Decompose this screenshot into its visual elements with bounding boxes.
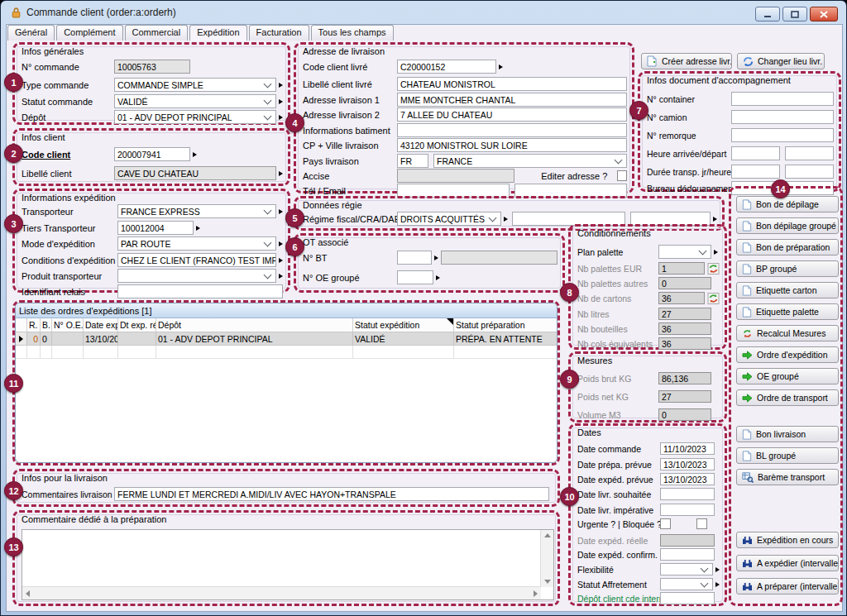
cell-r[interactable]: 0 [27,332,41,345]
col-depot[interactable]: Dépôt [156,318,353,332]
num-oe-groupe-field[interactable] [397,270,433,284]
type-commande-combo[interactable]: COMMANDE SIMPLE [114,78,276,92]
lookup-arrow-icon[interactable] [713,217,717,222]
minimize-button[interactable] [755,7,780,21]
cell-depot[interactable]: 01 - ADV DEPOT PRINCIPAL [156,332,353,345]
date-commande-field[interactable]: 11/10/2023 [660,442,715,455]
refresh-icon[interactable] [707,263,720,275]
refresh-icon[interactable] [707,293,720,304]
lookup-arrow-icon[interactable] [279,209,283,214]
cell-b[interactable]: 0 [41,332,52,345]
col-r[interactable]: R. [27,318,41,332]
date-exped-confirm-field[interactable] [660,548,715,561]
tiers-transporteur-field[interactable]: 100012004 [117,221,194,235]
heure-arrivee-field[interactable] [731,146,780,160]
oe-groupe-button[interactable]: OE groupé [736,368,839,384]
lookup-arrow-icon[interactable] [279,171,283,176]
pays-code-field[interactable]: FR [397,154,428,168]
vertical-scrollbar[interactable] [540,530,553,587]
bon-livraison-button[interactable]: Bon livraison [736,426,839,442]
transporteur-combo[interactable]: FRANCE EXPRESS [117,204,276,218]
statut-affretement-combo[interactable] [660,578,713,590]
cell-oeg[interactable] [52,332,84,345]
cell-date-prev[interactable]: 13/10/2023 [84,332,118,345]
urgente-checkbox[interactable] [660,518,671,529]
ordre-transport-button[interactable]: Ordre de transport [736,389,839,406]
bon-depilage-groupe-button[interactable]: Bon dépilage groupé [736,217,839,234]
lookup-arrow-icon[interactable] [714,250,718,255]
produit-transporteur-combo[interactable] [117,269,276,283]
num-remorque-field[interactable] [731,128,834,142]
heure-depart-field[interactable] [785,146,834,160]
statut-commande-combo[interactable]: VALIDÉ [114,94,276,108]
lookup-arrow-icon[interactable] [279,99,283,104]
informations-batiment-field[interactable] [397,123,627,137]
tab-tous-les-champs[interactable]: Tous les champs [311,25,394,41]
lookup-arrow-icon[interactable] [279,115,283,120]
lookup-arrow-icon[interactable] [279,258,283,263]
bareme-transport-button[interactable]: Barème transport [736,469,839,485]
date-livr-souhaitee-field[interactable] [660,488,715,500]
table-row[interactable]: 0 0 13/10/2023 01 - ADV DEPOT PRINCIPAL … [16,332,557,346]
horizontal-scrollbar[interactable] [22,586,541,599]
lookup-arrow-icon[interactable] [504,217,508,222]
bp-groupe-button[interactable]: BP groupé [736,260,839,277]
date-exped-prevue-field[interactable]: 13/10/2023 [660,473,715,485]
duree-jours-field[interactable] [731,165,780,179]
flexibilite-combo[interactable] [660,563,713,575]
scroll-up-icon[interactable] [544,533,551,537]
lookup-arrow-icon[interactable] [434,255,438,260]
tab-complement[interactable]: Complément [56,25,122,41]
depot-combo[interactable]: 01 - ADV DEPOT PRINCIPAL [114,110,276,124]
cell-date-reel[interactable] [118,332,156,345]
duree-heures-field[interactable] [785,165,834,179]
tab-facturation[interactable]: Facturation [249,25,309,41]
adresse-livraison-2-field[interactable]: 7 ALLEE DU CHATEAU [397,107,627,122]
lookup-arrow-icon[interactable] [436,275,440,280]
etiquette-carton-button[interactable]: Etiquette carton [736,282,839,298]
bon-preparation-button[interactable]: Bon de préparation [736,239,839,255]
title-bar[interactable]: Commande client (order:a:orderh) [1,1,846,24]
lookup-arrow-icon[interactable] [279,83,283,88]
ordre-expedition-button[interactable]: Ordre d'expédition [736,346,839,363]
a-preparer-button[interactable]: A préparer (intervalle) [736,578,839,595]
col-b[interactable]: B. [41,318,52,332]
bl-groupe-button[interactable]: BL groupé [736,447,839,464]
libelle-client-livre-field[interactable]: CHATEAU MONISTROL [397,77,627,91]
bloquee-checkbox[interactable] [696,518,707,529]
tab-commercial[interactable]: Commercial [125,25,189,41]
regime-fiscal-combo[interactable]: DROITS ACQUITTÉS [397,212,501,226]
conditions-expedition-combo[interactable]: CHEZ LE CLIENT (FRANCO) TEST IMP-FIN [117,253,276,267]
num-bt-field[interactable] [397,251,432,265]
tab-general[interactable]: Général [7,25,55,41]
cp-ville-livraison-field[interactable]: 43120 MONISTROL SUR LOIRE [397,138,627,152]
plan-palette-combo[interactable] [658,245,711,259]
row-selector-cell[interactable] [16,332,27,345]
tab-expedition[interactable]: Expédition [189,25,246,41]
change-location-button[interactable]: Changer lieu livr. [737,53,825,69]
col-statut-prep[interactable]: Statut préparation [454,318,557,332]
cell-statut-exp[interactable]: VALIDÉ [353,332,454,345]
identifiant-relais-field[interactable] [117,284,283,298]
lookup-arrow-icon[interactable] [279,241,283,246]
date-prepa-prevue-field[interactable]: 13/10/2023 [660,458,715,470]
cell-statut-prep[interactable]: PRÉPA. EN ATTENTE [454,332,557,345]
expedition-en-cours-button[interactable]: Expédition en cours [736,532,839,548]
recalcul-mesures-button[interactable]: Recalcul Mesures [736,325,839,341]
lookup-arrow-icon[interactable] [279,274,283,279]
lookup-arrow-icon[interactable] [193,152,197,157]
oe-table-header[interactable]: R. B. N° O.E.G. Date exp. p Dt exp. réel… [16,318,557,332]
bon-depilage-button[interactable]: Bon de dépilage [736,196,839,212]
empty-table-row[interactable] [16,346,557,359]
a-expedier-button[interactable]: A expédier (intervalle) [736,555,839,571]
col-statut-exp[interactable]: Statut expédition [353,318,454,332]
lookup-arrow-icon[interactable] [196,226,200,231]
lookup-arrow-icon[interactable] [715,567,720,572]
scroll-right-icon[interactable] [534,590,538,597]
etiquette-palette-button[interactable]: Etiquette palette [736,303,839,320]
scroll-down-icon[interactable] [544,580,551,584]
col-oeg[interactable]: N° O.E.G. [52,318,84,332]
close-button[interactable] [810,7,838,21]
num-container-field[interactable] [731,92,834,106]
adresse-livraison-1-field[interactable]: MME MONTCHER CHANTAL [397,93,627,107]
